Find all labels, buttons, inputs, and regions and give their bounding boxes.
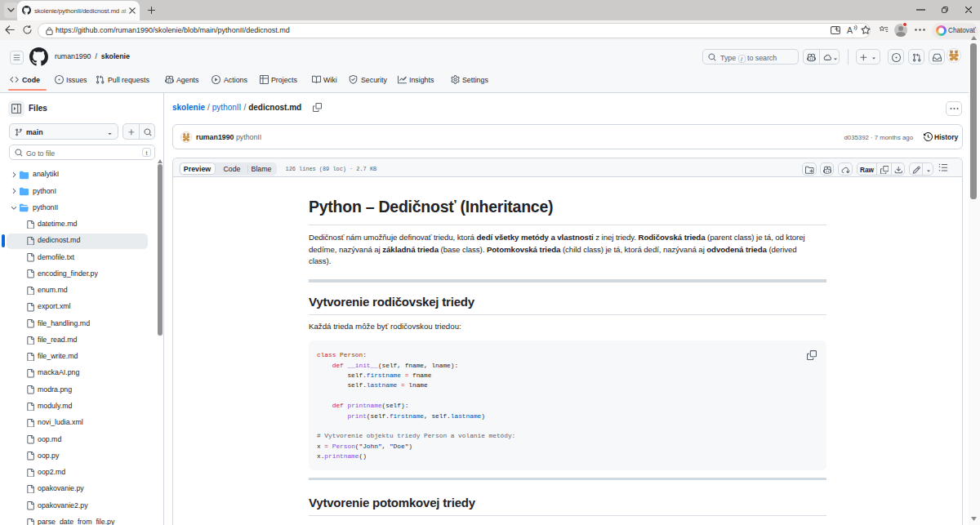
svg-text:A: A <box>847 25 853 35</box>
